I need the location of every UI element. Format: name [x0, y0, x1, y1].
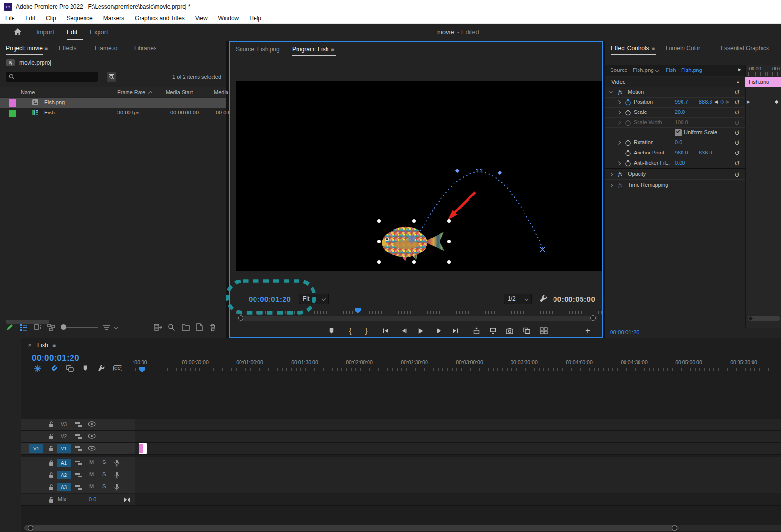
reset-property-icon[interactable]: ↺ [734, 139, 740, 147]
linked-selection-icon[interactable] [66, 365, 74, 372]
position-row[interactable]: Position 996.7 888.6 ◀ ◇ ▶ ↺ [605, 98, 745, 108]
sync-lock-icon[interactable] [75, 446, 82, 451]
reset-effect-icon[interactable]: ↺ [734, 170, 740, 179]
track-target-v3[interactable]: V3 [57, 420, 71, 429]
ec-lane-scrollbar[interactable] [750, 316, 780, 321]
timeline-tab-label[interactable]: Fish [37, 342, 48, 349]
chevron-down-icon[interactable] [655, 69, 659, 72]
eye-toggle-icon[interactable] [88, 434, 96, 439]
search-input[interactable] [14, 74, 92, 80]
program-mini-timeline[interactable] [236, 308, 602, 314]
project-panel-menu-icon[interactable]: ≡ [44, 45, 48, 52]
col-frame-rate[interactable]: Frame Rate [117, 89, 145, 95]
sort-ascending-icon[interactable] [148, 91, 152, 95]
effect-controls-menu-icon[interactable]: ≡ [652, 45, 655, 52]
reset-effect-icon[interactable]: ↺ [734, 88, 740, 97]
go-to-in-button[interactable] [380, 325, 392, 336]
track-lane-a1[interactable] [135, 457, 781, 469]
lock-icon[interactable] [48, 445, 54, 452]
mark-in-button[interactable]: { [344, 325, 356, 336]
navigate-up-icon[interactable] [6, 59, 15, 66]
sync-lock-icon[interactable] [75, 421, 82, 427]
menu-clip[interactable]: Clip [41, 15, 61, 22]
ec-ruler-ticks[interactable] [746, 72, 781, 76]
selection-handle[interactable] [412, 219, 416, 223]
selection-handle[interactable] [447, 260, 451, 264]
track-target-v1[interactable]: V1 [57, 444, 71, 453]
lock-icon[interactable] [48, 460, 54, 466]
reset-property-icon[interactable]: ↺ [734, 149, 740, 157]
expand-right-icon[interactable]: ▶ [738, 67, 742, 72]
reset-property-icon[interactable]: ↺ [734, 128, 740, 137]
workspace-tab-export[interactable]: Export [90, 28, 108, 36]
twirl-closed-icon[interactable] [617, 161, 621, 165]
scrollbar-knob[interactable] [672, 525, 677, 531]
menu-help[interactable]: Help [244, 15, 267, 22]
button-editor-plus[interactable]: + [582, 325, 594, 336]
scrollbar-knob[interactable] [748, 316, 753, 321]
tab-essential-graphics[interactable]: Essential Graphics [721, 45, 769, 52]
new-item-icon[interactable] [196, 323, 203, 331]
timeline-timecode[interactable]: 00:00:01:20 [32, 353, 79, 363]
next-keyframe-icon[interactable]: ▶ [726, 99, 730, 104]
export-frame-button[interactable] [504, 325, 515, 336]
sort-options-icon[interactable] [102, 324, 110, 331]
selection-handle[interactable] [377, 260, 381, 264]
stopwatch-icon[interactable] [625, 160, 631, 167]
col-media[interactable]: Media [214, 89, 228, 95]
label-color-chip[interactable] [9, 99, 16, 107]
track-header-a2[interactable]: A2 M S [21, 469, 135, 481]
anchor-y-value[interactable]: 636.0 [699, 150, 712, 155]
sync-lock-icon[interactable] [75, 434, 82, 439]
track-header-a1[interactable]: A1 M S [21, 457, 135, 469]
source-clip-label[interactable]: Source · Fish.png [610, 67, 654, 73]
mute-button[interactable]: M [89, 483, 94, 489]
scrollbar-knob[interactable] [590, 315, 596, 321]
scale-value[interactable]: 20.0 [675, 109, 685, 115]
collapse-section-icon[interactable]: ▲ [736, 79, 740, 84]
snap-magnet-icon[interactable] [50, 365, 57, 373]
track-target-a3[interactable]: A3 [57, 483, 71, 491]
uniform-scale-row[interactable]: Uniform Scale ↺ [605, 128, 745, 138]
selection-handle[interactable] [377, 219, 381, 223]
tab-lumetri-color[interactable]: Lumetri Color [666, 45, 700, 52]
track-target-a1[interactable]: A1 [57, 459, 71, 467]
extract-button[interactable] [487, 325, 498, 336]
track-lane-v3[interactable] [135, 419, 781, 431]
video-section-header[interactable]: Video ▲ [605, 77, 745, 87]
track-target-v2[interactable]: V2 [57, 432, 71, 441]
track-target-a2[interactable]: A2 [57, 471, 71, 479]
program-scrollbar[interactable] [237, 316, 597, 321]
menu-graphics-and-titles[interactable]: Graphics and Titles [129, 15, 190, 22]
project-writable-icon[interactable] [6, 323, 14, 331]
lift-button[interactable] [470, 325, 482, 336]
workspace-tab-import[interactable]: Import [36, 28, 54, 36]
track-lane-a3[interactable] [135, 481, 781, 493]
lock-icon[interactable] [48, 421, 54, 428]
mute-button[interactable]: M [89, 471, 94, 477]
position-keyframe-diamond[interactable]: ◆ [775, 99, 779, 104]
anchor-point-row[interactable]: Anchor Point 960.0 636.0 ↺ [605, 148, 745, 158]
menu-sequence[interactable]: Sequence [61, 15, 98, 22]
menu-edit[interactable]: Edit [20, 15, 41, 22]
timeline-ruler[interactable] [135, 365, 781, 371]
anti-flicker-row[interactable]: Anti-flicker Fil... 0.00 ↺ [605, 158, 745, 168]
track-header-v2[interactable]: V2 [21, 431, 135, 443]
col-media-start[interactable]: Media Start [166, 89, 193, 95]
sync-lock-icon[interactable] [75, 460, 82, 466]
tab-source-monitor[interactable]: Source: Fish.png [236, 46, 280, 53]
twirl-closed-icon[interactable] [617, 111, 621, 114]
tab-libraries[interactable]: Libraries [134, 45, 156, 52]
step-back-button[interactable] [398, 325, 410, 336]
lock-icon[interactable] [48, 433, 54, 440]
scale-row[interactable]: Scale 20.0 ↺ [605, 108, 745, 118]
clip-selection-box[interactable] [379, 221, 449, 262]
voiceover-mic-icon[interactable] [114, 483, 120, 491]
program-video-viewport[interactable] [236, 81, 602, 271]
add-marker-button[interactable] [326, 325, 337, 336]
sync-lock-icon[interactable] [75, 484, 82, 490]
add-keyframe-icon[interactable]: ◇ [720, 99, 724, 104]
solo-button[interactable]: S [102, 471, 106, 477]
timeline-settings-wrench-icon[interactable] [98, 365, 105, 373]
voiceover-mic-icon[interactable] [114, 459, 120, 467]
